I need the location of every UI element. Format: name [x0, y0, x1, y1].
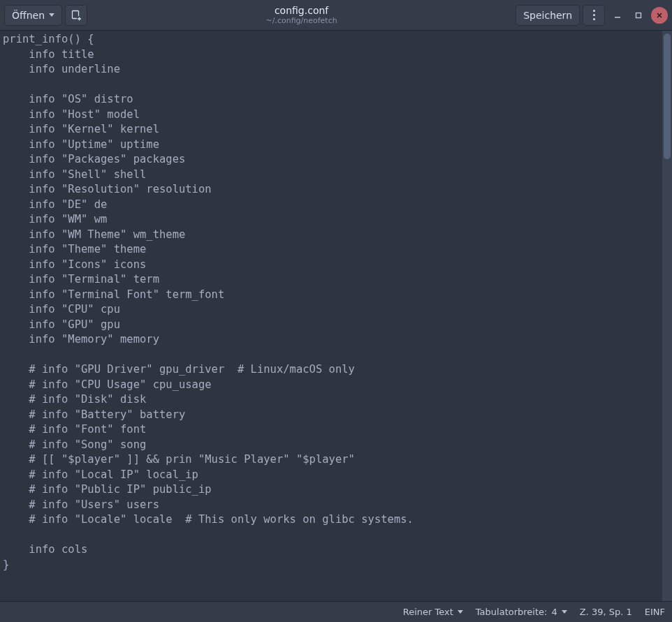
- scrollbar-thumb[interactable]: [664, 34, 671, 159]
- svg-rect-3: [636, 13, 641, 17]
- chevron-down-icon: [458, 610, 463, 614]
- header-bar: Öffnen config.conf ~/.config/neofetch Sp…: [0, 0, 672, 31]
- minimize-icon: [614, 12, 621, 19]
- syntax-mode-selector[interactable]: Reiner Text: [403, 607, 463, 617]
- maximize-button[interactable]: [630, 7, 647, 24]
- minimize-button[interactable]: [609, 7, 626, 24]
- new-tab-button[interactable]: [65, 5, 87, 26]
- close-button[interactable]: [651, 7, 668, 24]
- insert-mode-indicator[interactable]: EINF: [645, 607, 665, 617]
- close-icon: [656, 12, 663, 19]
- scrollbar[interactable]: [662, 31, 672, 601]
- file-path: ~/.config/neofetch: [90, 16, 513, 25]
- tab-width-selector[interactable]: Tabulatorbreite: 4: [476, 607, 567, 617]
- open-button-label: Öffnen: [12, 10, 45, 21]
- svg-rect-2: [615, 17, 620, 18]
- new-document-icon: [71, 10, 82, 21]
- cursor-position[interactable]: Z. 39, Sp. 1: [580, 607, 632, 617]
- chevron-down-icon: [49, 13, 54, 17]
- editor-area: print_info() { info title info underline…: [0, 31, 672, 601]
- syntax-mode-label: Reiner Text: [403, 607, 453, 617]
- save-button-label: Speichern: [523, 10, 572, 21]
- chevron-down-icon: [562, 610, 567, 614]
- kebab-icon: [593, 10, 595, 20]
- tab-width-value: 4: [551, 607, 557, 617]
- tab-width-label: Tabulatorbreite:: [476, 607, 548, 617]
- insert-mode-label: EINF: [645, 607, 665, 617]
- maximize-icon: [635, 12, 642, 19]
- text-editor[interactable]: print_info() { info title info underline…: [0, 31, 662, 601]
- file-name: config.conf: [90, 5, 513, 17]
- open-button[interactable]: Öffnen: [4, 5, 62, 26]
- menu-button[interactable]: [583, 5, 605, 26]
- title-area: config.conf ~/.config/neofetch: [90, 5, 513, 26]
- status-bar: Reiner Text Tabulatorbreite: 4 Z. 39, Sp…: [0, 601, 672, 622]
- cursor-position-label: Z. 39, Sp. 1: [580, 607, 632, 617]
- save-button[interactable]: Speichern: [516, 5, 580, 26]
